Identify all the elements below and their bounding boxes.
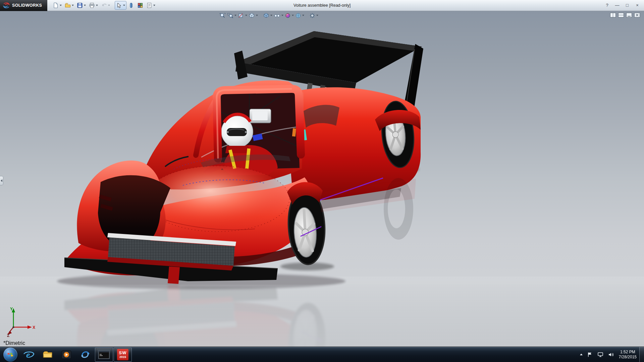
- speaker-icon: [608, 352, 614, 357]
- taskbar-item-internet-explorer[interactable]: e: [20, 348, 38, 362]
- orientation-triad[interactable]: Y X Z: [7, 306, 36, 337]
- display-style-icon: [263, 13, 269, 18]
- new-document-button[interactable]: [51, 1, 63, 10]
- chevron-up-icon: [580, 354, 583, 355]
- model-canvas[interactable]: [0, 11, 644, 347]
- dropdown-caret-icon: [60, 5, 62, 6]
- solidworks-brand: SOLIDWORKS: [0, 0, 47, 11]
- minimize-button[interactable]: —: [614, 3, 620, 8]
- options-grid-icon: [137, 2, 143, 8]
- dropdown-caret-icon: [270, 15, 272, 16]
- brand-text: SOLIDWORKS: [12, 3, 42, 8]
- minimize-document-button[interactable]: [626, 13, 632, 17]
- view-orientation-cube-icon: [249, 13, 255, 18]
- section-view-icon: [238, 13, 244, 18]
- split-pane-vertical-button[interactable]: [610, 13, 616, 17]
- edit-appearance-button[interactable]: [127, 1, 136, 10]
- view-settings-gear-icon: [309, 13, 315, 18]
- network-button[interactable]: [595, 347, 605, 362]
- graphics-viewport[interactable]: Y X Z *Dimetric: [0, 11, 644, 347]
- clock[interactable]: 1:52 PM 7/28/2015: [617, 347, 639, 362]
- dassault-3ds-logo: [3, 2, 10, 8]
- nose-support[interactable]: [168, 266, 180, 284]
- action-center-button[interactable]: [585, 347, 595, 362]
- hide-show-items-button[interactable]: [273, 12, 284, 19]
- windows-flag-icon: [7, 352, 14, 358]
- solidworks-window: SOLIDWORKS: [0, 0, 644, 362]
- appearance-capsule-icon: [128, 2, 134, 8]
- dropdown-caret-icon: [123, 5, 125, 6]
- print-icon: [89, 2, 95, 8]
- dropdown-caret-icon: [72, 5, 74, 6]
- sw-badge-year: 2015: [119, 355, 126, 359]
- file-properties-button[interactable]: [145, 1, 157, 10]
- split-pane-horizontal-button[interactable]: [618, 13, 624, 17]
- taskbar: e: [0, 347, 644, 362]
- split-pane-horizontal-icon: [618, 13, 624, 17]
- print-button[interactable]: [88, 1, 99, 10]
- apply-scene-button[interactable]: [294, 12, 305, 19]
- taskbar-item-solidworks-2015[interactable]: SW 2015: [114, 348, 132, 362]
- titlebar: SOLIDWORKS: [0, 0, 644, 11]
- taskbar-item-media-player[interactable]: [57, 348, 75, 362]
- options-button[interactable]: [136, 1, 145, 10]
- car-assembly[interactable]: [64, 31, 423, 284]
- section-view-button[interactable]: [237, 12, 248, 19]
- clock-date: 7/28/2015: [619, 355, 637, 360]
- heads-up-toolbar: [219, 12, 319, 19]
- view-settings-button[interactable]: [309, 12, 319, 19]
- solidworks-arrows-icon: [80, 350, 90, 359]
- show-hidden-icons-button[interactable]: [578, 347, 585, 362]
- window-title: Voiture assemblee [Read-only]: [293, 3, 351, 8]
- minimize-document-icon: [626, 13, 632, 17]
- toolbar-separator: [260, 13, 261, 18]
- dropdown-caret-icon: [292, 15, 294, 16]
- dropdown-caret-icon: [245, 15, 247, 16]
- split-pane-vertical-icon: [610, 13, 616, 17]
- help-button[interactable]: ?: [604, 3, 610, 8]
- network-monitor-icon: [597, 352, 603, 357]
- taskbar-item-command-prompt[interactable]: [95, 348, 113, 362]
- start-button[interactable]: [3, 348, 17, 362]
- zoom-area-button[interactable]: [226, 12, 237, 19]
- edit-appearance-button-hud[interactable]: [284, 12, 294, 19]
- select-cursor-icon: [116, 2, 122, 8]
- document-window-controls: [610, 13, 640, 17]
- undo-button[interactable]: [100, 1, 111, 10]
- media-player-icon: [61, 350, 71, 359]
- folder-icon: [43, 351, 53, 359]
- open-button[interactable]: [63, 1, 75, 10]
- dropdown-caret-icon: [302, 15, 304, 16]
- dropdown-caret-icon: [256, 15, 258, 16]
- clock-time: 1:52 PM: [620, 350, 635, 355]
- volume-button[interactable]: [606, 347, 616, 362]
- rear-view-mirror[interactable]: [250, 109, 271, 123]
- dropdown-caret-icon: [108, 5, 110, 6]
- collapse-arrow-icon: [1, 179, 2, 182]
- show-desktop-button[interactable]: [639, 347, 644, 362]
- zoom-fit-button[interactable]: [219, 12, 226, 19]
- close-document-button[interactable]: [634, 13, 640, 17]
- select-tool-button[interactable]: [115, 1, 126, 10]
- save-button[interactable]: [75, 1, 87, 10]
- internet-explorer-icon: e: [23, 350, 35, 360]
- display-style-button[interactable]: [262, 12, 273, 19]
- save-icon: [77, 2, 83, 8]
- new-document-icon: [53, 2, 59, 8]
- open-folder-icon: [65, 2, 71, 8]
- panel-collapse-tab[interactable]: [0, 176, 3, 185]
- z-axis-label: Z: [7, 333, 9, 337]
- properties-sheet-icon: [146, 2, 152, 8]
- view-orientation-button[interactable]: [248, 12, 259, 19]
- sw-badge-letters: SW: [119, 351, 127, 355]
- solidworks-2015-icon: SW 2015: [117, 349, 128, 360]
- taskbar-item-file-explorer[interactable]: [39, 348, 57, 362]
- close-document-icon: [634, 13, 640, 17]
- close-button[interactable]: ×: [635, 3, 640, 8]
- appearance-ball-icon: [285, 13, 291, 18]
- taskbar-item-solidworks[interactable]: [76, 348, 94, 362]
- restore-button[interactable]: □: [625, 3, 630, 8]
- undo-icon: [101, 2, 107, 8]
- scene-globe-icon: [295, 13, 301, 18]
- hide-show-glasses-icon: [274, 13, 280, 18]
